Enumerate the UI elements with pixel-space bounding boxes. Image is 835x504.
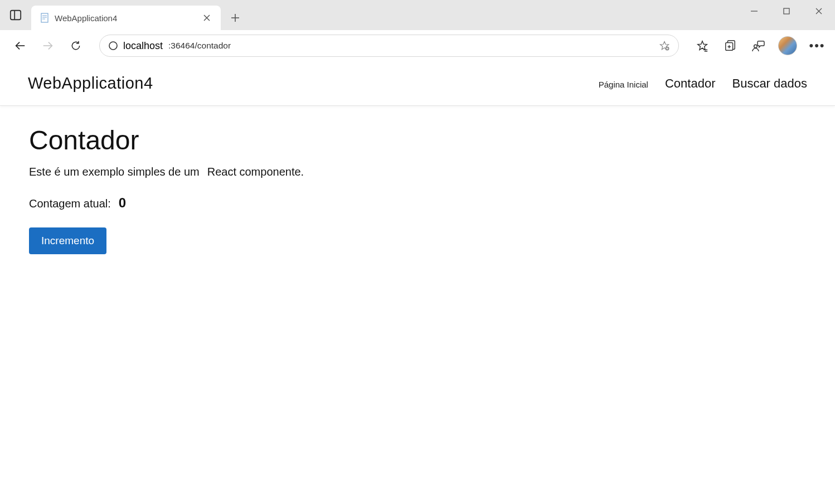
svg-rect-11: [784, 8, 789, 14]
nav-link-fetch[interactable]: Buscar dados: [732, 76, 807, 91]
site-info-icon[interactable]: [109, 41, 118, 50]
tab-panel-icon: [9, 9, 22, 21]
nav-refresh-button[interactable]: [64, 33, 88, 58]
address-bar[interactable]: localhost :36464/contador: [99, 35, 679, 57]
window-maximize-button[interactable]: [770, 0, 803, 22]
count-label: Contagem atual:: [29, 197, 111, 210]
svg-point-27: [754, 45, 758, 48]
user-avatar[interactable]: [778, 36, 797, 55]
browser-tab-strip: WebApplication4: [0, 0, 835, 30]
settings-more-button[interactable]: •••: [805, 33, 829, 58]
count-display: Contagem atual: 0: [29, 195, 806, 211]
star-list-icon: [696, 40, 708, 52]
nav-link-home[interactable]: Página Inicial: [599, 80, 648, 89]
tab-favicon-icon: [40, 12, 49, 23]
svg-rect-0: [11, 11, 21, 20]
arrow-left-icon: [14, 40, 26, 52]
nav-link-counter[interactable]: Contador: [665, 76, 716, 91]
count-value: 0: [119, 195, 126, 211]
favorite-button[interactable]: [656, 37, 673, 54]
browser-tab-active[interactable]: WebApplication4: [31, 6, 221, 30]
url-host: localhost: [123, 40, 163, 52]
svg-marker-21: [698, 41, 707, 50]
collections-button[interactable]: [718, 33, 742, 58]
nav-forward-button[interactable]: [36, 33, 60, 58]
tab-title: WebApplication4: [55, 13, 194, 23]
window-close-button[interactable]: [803, 0, 835, 22]
close-icon: [203, 14, 210, 21]
favorites-button[interactable]: [690, 33, 715, 58]
increment-button[interactable]: Incremento: [29, 227, 106, 254]
url-path: :36464/contador: [168, 41, 231, 51]
person-chat-icon: [751, 40, 765, 52]
app-navbar: WebApplication4 Página Inicial Contador …: [0, 61, 835, 106]
collections-icon: [724, 40, 736, 52]
description-prefix: Este é um exemplo simples de um: [29, 166, 200, 178]
refresh-icon: [70, 40, 81, 51]
window-minimize-button[interactable]: [738, 0, 770, 22]
maximize-icon: [783, 7, 790, 15]
minimize-icon: [750, 7, 758, 15]
new-tab-button[interactable]: [223, 6, 247, 30]
star-add-icon: [659, 40, 670, 51]
tab-close-button[interactable]: [200, 11, 214, 25]
close-icon: [815, 7, 823, 15]
nav-back-button[interactable]: [8, 33, 32, 58]
description-emphasis: React componente.: [207, 166, 304, 178]
arrow-right-icon: [42, 40, 54, 52]
page-title: Contador: [29, 125, 806, 156]
page-main: Contador Este é um exemplo simples de um…: [0, 106, 835, 273]
nav-links: Página Inicial Contador Buscar dados: [599, 76, 807, 91]
plus-icon: [231, 13, 240, 22]
ellipsis-icon: •••: [809, 38, 825, 53]
profile-switcher-button[interactable]: [746, 33, 770, 58]
svg-point-16: [109, 42, 117, 50]
browser-toolbar: localhost :36464/contador: [0, 30, 835, 61]
app-brand[interactable]: WebApplication4: [28, 74, 153, 93]
tab-actions-button[interactable]: [0, 0, 31, 30]
svg-rect-2: [41, 13, 48, 22]
page-description: Este é um exemplo simples de um React co…: [29, 166, 806, 178]
window-controls: [738, 0, 835, 30]
